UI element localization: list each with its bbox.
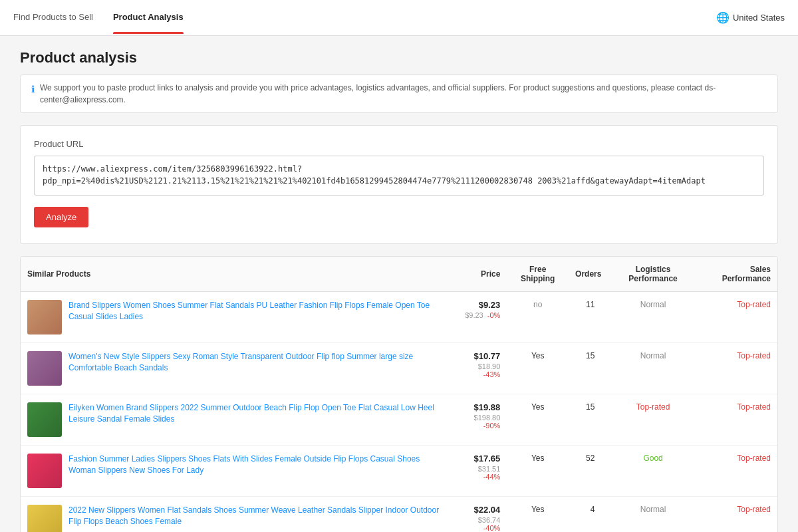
product-cell-0: Brand Slippers Women Shoes Summer Flat S… [21, 292, 452, 343]
url-section: Product URL https://www.aliexpress.com/i… [20, 125, 778, 244]
sales-cell-1: Top-rated [698, 343, 777, 394]
logistics-cell-2: Top-rated [608, 394, 698, 446]
price-cell-0: $9.23 $9.23 -0% [452, 292, 507, 343]
shipping-cell-3: Yes [507, 446, 569, 497]
url-label: Product URL [34, 139, 764, 149]
price-discount-1: -43% [483, 370, 501, 378]
col-header-shipping: Free Shipping [507, 257, 569, 292]
logistics-cell-4: Normal [608, 497, 698, 533]
logistics-cell-3: Good [608, 446, 698, 497]
table-header-row: Similar Products Price Free Shipping Ord… [21, 257, 777, 292]
main-content: Product analysis ℹ We support you to pas… [7, 36, 791, 532]
col-header-sales: Sales Performance [698, 257, 777, 292]
price-current-4: $22.04 [458, 505, 501, 515]
price-original-4: $36.74 -40% [458, 516, 501, 532]
shipping-cell-0: no [507, 292, 569, 343]
product-thumbnail-2 [27, 402, 62, 437]
tab-product-analysis[interactable]: Product Analysis [113, 0, 184, 35]
table-row: Women's New Style Slippers Sexy Roman St… [21, 343, 777, 394]
price-cell-4: $22.04 $36.74 -40% [452, 497, 507, 533]
col-header-orders: Orders [569, 257, 608, 292]
price-cell-1: $10.77 $18.90 -43% [452, 343, 507, 394]
product-link-1[interactable]: Women's New Style Slippers Sexy Roman St… [68, 351, 445, 374]
product-thumbnail-3 [27, 454, 62, 488]
price-discount-0: -0% [487, 311, 501, 319]
product-thumbnail-0 [27, 300, 62, 334]
product-cell-1: Women's New Style Slippers Sexy Roman St… [21, 343, 452, 394]
region-selector[interactable]: 🌐 United States [716, 11, 785, 24]
price-discount-2: -90% [483, 422, 501, 430]
shipping-cell-2: Yes [507, 394, 569, 446]
product-link-3[interactable]: Fashion Summer Ladies Slippers Shoes Fla… [68, 454, 445, 476]
product-thumbnail-4 [27, 505, 62, 532]
logistics-cell-0: Normal [608, 292, 698, 343]
price-discount-4: -40% [483, 524, 501, 532]
shipping-cell-4: Yes [507, 497, 569, 533]
sales-cell-4: Top-rated [698, 497, 777, 533]
similar-products-table: Similar Products Price Free Shipping Ord… [21, 257, 777, 532]
info-text: We support you to paste product links to… [40, 82, 767, 106]
orders-cell-4: 4 [569, 497, 608, 533]
top-navigation: Find Products to Sell Product Analysis 🌐… [0, 0, 798, 36]
orders-cell-1: 15 [569, 343, 608, 394]
orders-cell-2: 15 [569, 394, 608, 446]
price-cell-3: $17.65 $31.51 -44% [452, 446, 507, 497]
sales-cell-0: Top-rated [698, 292, 777, 343]
price-current-3: $17.65 [458, 454, 501, 464]
sales-cell-2: Top-rated [698, 394, 777, 446]
shipping-cell-1: Yes [507, 343, 569, 394]
product-thumbnail-1 [27, 351, 62, 386]
orders-cell-3: 52 [569, 446, 608, 497]
product-cell-2: Eilyken Women Brand Slippers 2022 Summer… [21, 394, 452, 446]
price-original-2: $198.80 -90% [458, 414, 501, 430]
price-current-1: $10.77 [458, 351, 501, 361]
col-header-price: Price [452, 257, 507, 292]
tab-find-products[interactable]: Find Products to Sell [13, 0, 93, 35]
sales-cell-3: Top-rated [698, 446, 777, 497]
product-link-4[interactable]: 2022 New Slippers Women Flat Sandals Sho… [68, 505, 445, 527]
table-row: Brand Slippers Women Shoes Summer Flat S… [21, 292, 777, 343]
table-row: Fashion Summer Ladies Slippers Shoes Fla… [21, 446, 777, 497]
table-row: Eilyken Women Brand Slippers 2022 Summer… [21, 394, 777, 446]
price-discount-3: -44% [483, 473, 501, 481]
analyze-button[interactable]: Analyze [34, 207, 88, 227]
products-section: Similar Products Price Free Shipping Ord… [20, 256, 778, 532]
page-title: Product analysis [20, 49, 778, 66]
info-icon: ℹ [31, 82, 35, 96]
url-input[interactable]: https://www.aliexpress.com/item/32568039… [34, 156, 764, 196]
price-cell-2: $19.88 $198.80 -90% [452, 394, 507, 446]
price-original-1: $18.90 -43% [458, 362, 501, 378]
price-current-2: $19.88 [458, 402, 501, 412]
info-bar: ℹ We support you to paste product links … [20, 74, 778, 113]
product-link-0[interactable]: Brand Slippers Women Shoes Summer Flat S… [68, 300, 445, 323]
col-header-logistics: Logistics Performance [608, 257, 698, 292]
product-cell-3: Fashion Summer Ladies Slippers Shoes Fla… [21, 446, 452, 497]
product-link-2[interactable]: Eilyken Women Brand Slippers 2022 Summer… [68, 402, 445, 425]
price-original-3: $31.51 -44% [458, 465, 501, 481]
price-current-0: $9.23 [458, 300, 501, 310]
table-row: 2022 New Slippers Women Flat Sandals Sho… [21, 497, 777, 533]
orders-cell-0: 11 [569, 292, 608, 343]
price-original-0: $9.23 -0% [458, 311, 501, 319]
tab-list: Find Products to Sell Product Analysis [13, 0, 184, 35]
col-header-product: Similar Products [21, 257, 452, 292]
product-cell-4: 2022 New Slippers Women Flat Sandals Sho… [21, 497, 452, 533]
globe-icon: 🌐 [716, 11, 730, 24]
region-label: United States [733, 13, 785, 23]
logistics-cell-1: Normal [608, 343, 698, 394]
